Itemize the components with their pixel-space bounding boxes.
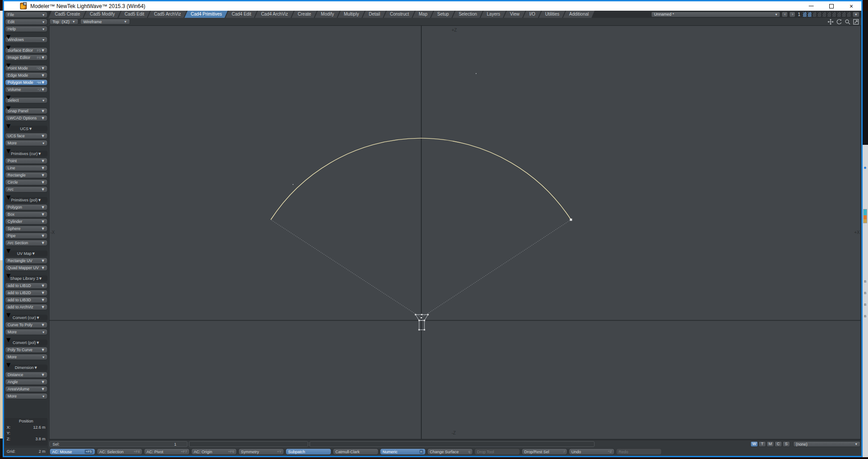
sidebar-item[interactable]: Distance ▼ bbox=[5, 372, 48, 378]
sidebar-item[interactable]: ▼ bbox=[5, 33, 48, 37]
close-button[interactable]: × bbox=[841, 1, 861, 11]
menu-tab[interactable]: Setup bbox=[431, 11, 455, 18]
sidebar-item[interactable]: Sphere ▼ bbox=[5, 225, 48, 232]
layer-cell[interactable] bbox=[803, 12, 807, 17]
layer-cell[interactable] bbox=[842, 12, 846, 17]
rotate-icon[interactable] bbox=[835, 19, 843, 25]
vmap-mode-button[interactable]: W bbox=[750, 441, 758, 447]
menu-tab[interactable]: Layers bbox=[481, 11, 506, 18]
sidebar-item[interactable]: Primitives (cur) ▼ bbox=[5, 151, 48, 157]
sidebar-item[interactable]: More ▼ bbox=[5, 393, 48, 399]
sidebar-item[interactable]: Polygon ▼ bbox=[5, 204, 48, 210]
layer-cell[interactable] bbox=[827, 12, 831, 17]
toolbar-button[interactable]: AC: Pivot +F7 bbox=[144, 448, 190, 455]
sidebar-item[interactable]: Windows ▼ bbox=[5, 37, 48, 43]
menu-tab[interactable]: View bbox=[504, 11, 526, 18]
sidebar-item[interactable]: Poly To Curve ▼ bbox=[5, 347, 48, 353]
toolbar-button[interactable]: Undo ^Z bbox=[569, 448, 615, 455]
menu-tab[interactable]: Cad5 ArchViz bbox=[148, 11, 187, 18]
toolbar-button[interactable]: Drop/Rest Sel / bbox=[522, 448, 567, 455]
layer-cell[interactable] bbox=[832, 12, 836, 17]
sidebar-item[interactable]: Shape Library 3 ▼ bbox=[5, 275, 48, 282]
sidebar-item[interactable]: Curve To Poly ▼ bbox=[5, 322, 48, 328]
layer-cell[interactable] bbox=[817, 12, 822, 17]
sidebar-item[interactable]: ▼ bbox=[5, 361, 48, 365]
sidebar-item[interactable]: ▼ bbox=[5, 193, 48, 197]
sidebar-item[interactable]: add to LIB1D ▼ bbox=[5, 283, 48, 289]
viewport-canvas[interactable]: +Z -Z -X +X bbox=[49, 25, 861, 439]
sidebar-item[interactable]: add to LIB3D ▼ bbox=[5, 297, 48, 303]
sidebar-item[interactable]: Pipe ▼ bbox=[5, 233, 48, 239]
render-mode-dropdown[interactable]: Wireframe ▼ bbox=[80, 19, 130, 25]
menu-tab[interactable]: Detail bbox=[363, 11, 386, 18]
sidebar-item[interactable]: More ▼ bbox=[5, 354, 48, 360]
maximize-button[interactable] bbox=[821, 1, 841, 11]
menu-tab[interactable]: Cad4 Edit bbox=[225, 11, 257, 18]
sidebar-item[interactable]: Point ▼ bbox=[5, 158, 48, 164]
arc-tool-widget[interactable] bbox=[416, 315, 428, 330]
sidebar-item[interactable]: Line ▼ bbox=[5, 165, 48, 171]
toolbar-button[interactable]: Drop Tool bbox=[474, 448, 520, 455]
sidebar-item[interactable]: Image Editor F6 ▼ bbox=[5, 54, 48, 61]
menu-tab[interactable]: Utilities bbox=[539, 11, 565, 18]
sidebar-item[interactable]: File ▼ bbox=[5, 12, 48, 18]
sidebar-item[interactable]: AreaVolume ▼ bbox=[5, 386, 48, 392]
layer-cell[interactable] bbox=[812, 12, 817, 17]
menu-tab[interactable]: Construct bbox=[383, 11, 415, 18]
sidebar-item[interactable]: Polygon Mode ^H ▼ bbox=[5, 79, 48, 86]
sidebar-item[interactable]: Circle ▼ bbox=[5, 179, 48, 185]
sidebar-item[interactable]: Snap Panel ▼ bbox=[5, 108, 48, 114]
sidebar-item[interactable]: Arc Section ▼ bbox=[5, 240, 48, 246]
vmap-mode-button[interactable]: T bbox=[758, 441, 766, 447]
sidebar-item[interactable]: Quad Mapper UV ▼ bbox=[5, 265, 48, 271]
toolbar-button[interactable]: AC: Origin +F6 bbox=[191, 448, 237, 455]
sidebar-item[interactable]: Rectangle ▼ bbox=[5, 172, 48, 178]
sidebar-item[interactable]: Arc ▼ bbox=[5, 186, 48, 193]
vmap-mode-button[interactable]: M bbox=[766, 441, 774, 447]
sidebar-item[interactable]: ▼ bbox=[5, 147, 48, 151]
zoom-icon[interactable] bbox=[844, 19, 851, 25]
sidebar-item[interactable]: Primitives (pol) ▼ bbox=[5, 197, 48, 203]
layer-cell[interactable] bbox=[822, 12, 827, 17]
sidebar-item[interactable]: Select ▼ bbox=[5, 97, 48, 103]
vmap-selector[interactable]: (none) ▼ bbox=[793, 441, 860, 447]
sidebar-item[interactable]: Volume ^J ▼ bbox=[5, 86, 48, 93]
menu-tab[interactable]: Cad4 ArchViz bbox=[255, 11, 293, 18]
sidebar-item[interactable]: add to ArchViz ▼ bbox=[5, 304, 48, 310]
sidebar-item[interactable]: Rectangle UV ▼ bbox=[5, 258, 48, 264]
layer-cell[interactable] bbox=[807, 12, 812, 17]
menu-tab[interactable]: Map bbox=[412, 11, 433, 18]
sidebar-item[interactable]: Edit ▼ bbox=[5, 19, 48, 25]
sidebar-item[interactable]: UCS face ▼ bbox=[5, 133, 48, 139]
next-object-button[interactable]: › bbox=[789, 12, 795, 17]
toolbar-button[interactable]: Redo bbox=[616, 448, 662, 455]
menu-tab[interactable]: Selection bbox=[452, 11, 483, 18]
sidebar-item[interactable]: Help ▼ bbox=[5, 26, 48, 32]
toolbar-button[interactable]: Numeric n bbox=[380, 448, 426, 455]
menu-tab[interactable]: Modify bbox=[315, 11, 340, 18]
toolbar-button[interactable]: Change Surface q bbox=[427, 448, 473, 455]
tool-handles[interactable] bbox=[415, 219, 572, 331]
pan-icon[interactable] bbox=[827, 19, 834, 25]
sidebar-item[interactable]: Cylinder ▼ bbox=[5, 218, 48, 225]
sidebar-item[interactable]: ▼ bbox=[5, 272, 48, 275]
sidebar-item[interactable]: ▼ bbox=[5, 336, 48, 340]
menu-tab[interactable]: I/O bbox=[523, 11, 541, 18]
menu-tab[interactable]: Cad4 Primitives bbox=[184, 11, 228, 18]
menu-tab[interactable]: Cad5 Edit bbox=[118, 11, 150, 18]
sidebar-item[interactable]: ▼ bbox=[5, 44, 48, 47]
vmap-mode-button[interactable]: S bbox=[782, 441, 790, 447]
layer-dropdown[interactable]: ▼ bbox=[852, 12, 860, 17]
sidebar-item[interactable]: ▼ bbox=[5, 311, 48, 315]
layer-cell[interactable] bbox=[847, 12, 851, 17]
object-selector[interactable]: Unnamed * ▼ bbox=[651, 12, 780, 17]
menu-tab[interactable]: Multiply bbox=[338, 11, 365, 18]
sidebar-item[interactable]: ▼ bbox=[5, 247, 48, 250]
minimize-button[interactable] bbox=[801, 1, 821, 11]
sidebar-item[interactable]: add to LIB2D ▼ bbox=[5, 290, 48, 296]
sidebar-item[interactable]: Surface Editor F5 ▼ bbox=[5, 47, 48, 53]
toolbar-button[interactable]: AC: Mouse +F5 bbox=[49, 448, 95, 455]
vmap-mode-button[interactable]: C bbox=[774, 441, 782, 447]
sidebar-item[interactable]: ▼ bbox=[5, 104, 48, 108]
maximize-viewport-icon[interactable] bbox=[852, 19, 860, 25]
